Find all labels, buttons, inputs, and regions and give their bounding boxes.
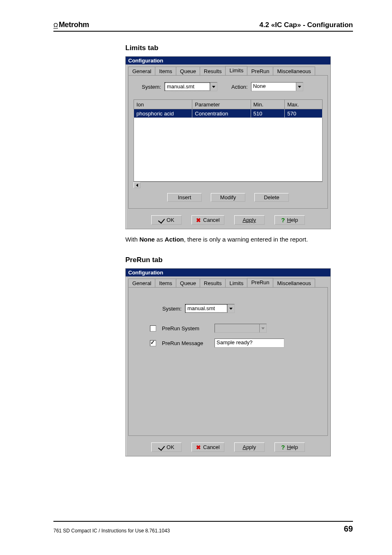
col-ion: Ion [134, 100, 192, 109]
tab-results[interactable]: Results [200, 279, 226, 288]
footer-doc: 761 SD Compact IC / Instructions for Use… [53, 528, 170, 534]
tab-items[interactable]: Items [155, 67, 176, 76]
table-row[interactable]: phosphoric acid Concentration 510 570 [134, 109, 323, 118]
apply-button[interactable]: Apply [234, 442, 265, 452]
tab-strip: General Items Queue Results Limits PreRu… [128, 278, 328, 287]
tab-strip: General Items Queue Results Limits PreRu… [128, 66, 328, 75]
action-value: None [251, 83, 296, 91]
check-icon [158, 444, 165, 451]
tab-queue[interactable]: Queue [176, 67, 200, 76]
cell-min: 510 [251, 109, 285, 118]
question-icon: ? [281, 444, 285, 451]
action-label: Action: [231, 84, 248, 90]
x-icon: ✖ [196, 444, 201, 451]
tab-items[interactable]: Items [155, 279, 176, 288]
cancel-button[interactable]: ✖Cancel [191, 442, 224, 452]
system-select[interactable]: manual.smt [185, 304, 235, 313]
scroll-left-icon[interactable] [134, 182, 141, 188]
system-label: System: [142, 84, 161, 90]
cell-ion: phosphoric acid [134, 109, 192, 118]
dialog-titlebar: Configuration [126, 57, 330, 64]
caption-text: With None as Action, there is only a war… [125, 235, 353, 244]
prerun-message-label: PreRun Message [162, 340, 211, 346]
chevron-down-icon[interactable] [227, 304, 234, 313]
prerun-system-value [215, 324, 259, 332]
apply-button[interactable]: Apply [234, 215, 265, 225]
col-parameter: Parameter [192, 100, 251, 109]
tab-prerun[interactable]: PreRun [247, 67, 273, 76]
section-title-limits: Limits tab [125, 44, 353, 52]
help-button[interactable]: ?Help [274, 442, 305, 452]
tab-general[interactable]: General [128, 67, 155, 76]
tab-miscellaneous[interactable]: Miscellaneous [273, 67, 315, 76]
question-icon: ? [281, 216, 285, 223]
tab-limits[interactable]: Limits [225, 66, 247, 75]
col-max: Max. [285, 100, 323, 109]
page-number: 69 [344, 524, 353, 534]
cell-max: 570 [285, 109, 323, 118]
system-value: manual.smt [165, 83, 210, 91]
cancel-button[interactable]: ✖Cancel [191, 215, 224, 225]
check-icon [158, 216, 165, 223]
system-select[interactable]: manual.smt [164, 82, 217, 91]
help-button[interactable]: ?Help [274, 215, 305, 225]
x-icon: ✖ [196, 217, 201, 223]
tab-limits[interactable]: Limits [225, 279, 247, 288]
section-title-prerun: PreRun tab [125, 256, 353, 264]
page-footer: 761 SD Compact IC / Instructions for Use… [53, 521, 353, 534]
prerun-message-checkbox[interactable] [150, 340, 156, 346]
brand-logo: ΩMetrohm [53, 21, 89, 29]
config-dialog-prerun: Configuration General Items Queue Result… [125, 268, 331, 456]
system-label: System: [162, 306, 182, 312]
horizontal-scrollbar[interactable] [134, 182, 323, 188]
col-min: Min. [251, 100, 285, 109]
tab-prerun[interactable]: PreRun [247, 278, 273, 287]
chevron-down-icon [259, 324, 266, 332]
action-select[interactable]: None [251, 82, 303, 91]
page-header: ΩMetrohm 4.2 «IC Cap» - Configuration [53, 21, 353, 32]
tab-body-prerun: System: manual.smt PreRun System [128, 287, 328, 436]
config-dialog-limits: Configuration General Items Queue Result… [125, 56, 331, 229]
tab-queue[interactable]: Queue [176, 279, 200, 288]
system-value: manual.smt [185, 304, 227, 313]
insert-button[interactable]: Insert [167, 193, 202, 202]
modify-button[interactable]: Modify [211, 193, 245, 202]
cell-parameter: Concentration [192, 109, 251, 118]
tab-miscellaneous[interactable]: Miscellaneous [273, 279, 315, 288]
chevron-down-icon[interactable] [296, 83, 303, 91]
ok-button[interactable]: OK [151, 215, 182, 225]
tab-general[interactable]: General [128, 279, 155, 288]
prerun-system-label: PreRun System [162, 325, 211, 332]
tab-results[interactable]: Results [200, 67, 226, 76]
table-header-row: Ion Parameter Min. Max. [134, 100, 323, 109]
prerun-system-select [214, 324, 267, 333]
delete-button[interactable]: Delete [254, 193, 289, 202]
prerun-message-input[interactable]: Sample ready? [214, 339, 284, 348]
prerun-system-checkbox[interactable] [150, 325, 156, 332]
ok-button[interactable]: OK [151, 442, 182, 452]
dialog-titlebar: Configuration [126, 269, 330, 276]
chevron-down-icon[interactable] [210, 83, 217, 91]
limits-table[interactable]: Ion Parameter Min. Max. phosphoric acid … [134, 99, 323, 182]
tab-body-limits: System: manual.smt Action: None [128, 75, 328, 209]
chapter-title: 4.2 «IC Cap» - Configuration [259, 21, 353, 29]
